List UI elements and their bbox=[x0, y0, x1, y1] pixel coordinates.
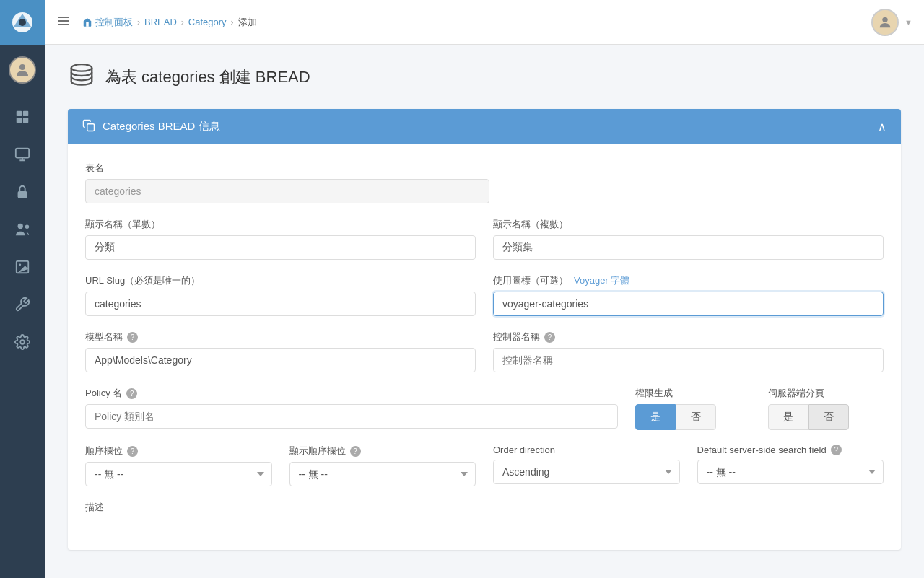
sidebar bbox=[0, 0, 45, 578]
svg-point-2 bbox=[19, 64, 25, 70]
sidebar-logo[interactable] bbox=[0, 0, 45, 45]
page-title: 為表 categories 創建 BREAD bbox=[105, 66, 310, 88]
order-column-help-icon[interactable]: ? bbox=[127, 446, 138, 457]
server-pagination-yes-button[interactable]: 是 bbox=[768, 404, 808, 430]
server-pagination-no-button[interactable]: 否 bbox=[808, 404, 849, 430]
page-header: 為表 categories 創建 BREAD bbox=[68, 62, 901, 92]
svg-rect-3 bbox=[17, 111, 22, 116]
display-name-singular-label: 顯示名稱（單數） bbox=[85, 218, 476, 231]
policy-name-label: Policy 名 ? bbox=[85, 387, 618, 400]
svg-point-9 bbox=[18, 224, 23, 229]
content-area: 為表 categories 創建 BREAD Categories BREAD … bbox=[45, 45, 924, 578]
breadcrumb-category[interactable]: Category bbox=[188, 17, 227, 27]
controller-name-help-icon[interactable]: ? bbox=[544, 332, 555, 343]
table-name-label: 表名 bbox=[85, 162, 489, 175]
default-search-help-icon[interactable]: ? bbox=[831, 445, 842, 455]
table-name-section: 表名 bbox=[85, 162, 884, 203]
model-controller-row: 模型名稱 ? 控制器名稱 ? bbox=[85, 330, 884, 372]
card-header-left: Categories BREAD 信息 bbox=[82, 119, 220, 134]
model-name-help-icon[interactable]: ? bbox=[127, 332, 138, 343]
controller-name-input[interactable] bbox=[493, 348, 884, 372]
svg-point-10 bbox=[25, 225, 29, 229]
svg-point-12 bbox=[19, 263, 21, 266]
url-slug-group: URL Slug（必須是唯一的） bbox=[85, 274, 476, 316]
voyager-font-link[interactable]: Voyager 字體 bbox=[574, 274, 629, 287]
breadcrumb-sep-2: › bbox=[181, 17, 184, 27]
svg-rect-19 bbox=[87, 124, 95, 131]
card-header: Categories BREAD 信息 ∧ bbox=[68, 109, 901, 144]
icon-group: 使用圖標（可選） Voyager 字體 bbox=[493, 274, 884, 316]
icon-label: 使用圖標（可選） Voyager 字體 bbox=[493, 274, 884, 287]
sidebar-item-dashboard[interactable] bbox=[0, 98, 45, 136]
table-name-input[interactable] bbox=[85, 179, 489, 203]
database-icon bbox=[68, 62, 95, 92]
order-direction-group: Order direction Ascending Descending bbox=[493, 445, 680, 486]
slug-icon-row: URL Slug（必須是唯一的） 使用圖標（可選） Voyager 字體 bbox=[85, 274, 884, 316]
topbar-left: 控制面板 › BREAD › Category › 添加 bbox=[56, 14, 257, 30]
card-body: 表名 顯示名稱（單數） 顯示名稱（複數） bbox=[68, 144, 901, 550]
description-section: 描述 bbox=[85, 501, 884, 514]
icon-input[interactable] bbox=[493, 292, 884, 316]
order-display-column-help-icon[interactable]: ? bbox=[350, 446, 361, 457]
model-name-group: 模型名稱 ? bbox=[85, 330, 476, 372]
order-direction-select[interactable]: Ascending Descending bbox=[493, 460, 680, 484]
default-search-field-label: Default server-side search field ? bbox=[697, 445, 884, 455]
svg-rect-6 bbox=[23, 118, 28, 123]
display-name-plural-group: 顯示名稱（複數） bbox=[493, 218, 884, 260]
breadcrumb-home-icon[interactable]: 控制面板 bbox=[82, 16, 133, 29]
user-menu-arrow[interactable]: ▼ bbox=[905, 18, 912, 27]
server-pagination-group: 伺服器端分頁 是 否 bbox=[768, 387, 884, 430]
display-names-row: 顯示名稱（單數） 顯示名稱（複數） bbox=[85, 218, 884, 260]
card-collapse-button[interactable]: ∧ bbox=[878, 120, 886, 133]
topbar-right: ▼ bbox=[871, 9, 912, 36]
sidebar-item-lock[interactable] bbox=[0, 173, 45, 211]
server-pagination-toggle: 是 否 bbox=[768, 404, 884, 430]
svg-rect-8 bbox=[18, 191, 27, 198]
model-name-label: 模型名稱 ? bbox=[85, 330, 476, 343]
breadcrumb-dashboard-label: 控制面板 bbox=[95, 16, 133, 29]
sidebar-item-media[interactable] bbox=[0, 248, 45, 286]
breadcrumb-sep-1: › bbox=[137, 17, 140, 27]
main-area: 控制面板 › BREAD › Category › 添加 ▼ bbox=[45, 0, 924, 578]
default-search-field-select[interactable]: -- 無 -- bbox=[697, 460, 884, 484]
order-column-label: 順序欄位 ? bbox=[85, 445, 272, 457]
breadcrumb-bread[interactable]: BREAD bbox=[144, 17, 177, 27]
order-direction-label: Order direction bbox=[493, 445, 680, 455]
description-label: 描述 bbox=[85, 501, 884, 514]
sidebar-item-monitor[interactable] bbox=[0, 136, 45, 173]
permission-label: 權限生成 bbox=[635, 387, 751, 400]
order-column-group: 順序欄位 ? -- 無 -- bbox=[85, 445, 272, 486]
breadcrumb-sep-3: › bbox=[231, 17, 234, 27]
display-name-singular-input[interactable] bbox=[85, 235, 476, 260]
menu-toggle-button[interactable] bbox=[56, 14, 71, 30]
policy-name-input[interactable] bbox=[85, 404, 618, 429]
policy-name-help-icon[interactable]: ? bbox=[126, 388, 137, 399]
display-name-plural-input[interactable] bbox=[493, 235, 884, 260]
sidebar-item-users[interactable] bbox=[0, 211, 45, 248]
order-display-column-label: 顯示順序欄位 ? bbox=[289, 445, 476, 457]
sidebar-navigation bbox=[0, 98, 45, 361]
svg-point-17 bbox=[882, 17, 887, 22]
server-pagination-label: 伺服器端分頁 bbox=[768, 387, 884, 400]
sidebar-item-settings[interactable] bbox=[0, 323, 45, 361]
model-name-input[interactable] bbox=[85, 348, 476, 372]
controller-name-label: 控制器名稱 ? bbox=[493, 330, 884, 343]
display-name-plural-label: 顯示名稱（複數） bbox=[493, 218, 884, 231]
permission-yes-button[interactable]: 是 bbox=[635, 404, 676, 430]
svg-rect-5 bbox=[17, 118, 22, 123]
order-column-select[interactable]: -- 無 -- bbox=[85, 462, 272, 486]
order-display-column-select[interactable]: -- 無 -- bbox=[289, 462, 476, 486]
svg-rect-4 bbox=[23, 111, 28, 116]
svg-point-1 bbox=[19, 19, 26, 26]
sidebar-avatar bbox=[0, 48, 45, 92]
svg-point-18 bbox=[71, 64, 92, 71]
card-header-copy-icon bbox=[82, 119, 95, 134]
policy-name-group: Policy 名 ? bbox=[85, 387, 618, 430]
url-slug-label: URL Slug（必須是唯一的） bbox=[85, 274, 476, 287]
permission-no-button[interactable]: 否 bbox=[676, 404, 716, 430]
sidebar-item-tools[interactable] bbox=[0, 286, 45, 323]
controller-name-group: 控制器名稱 ? bbox=[493, 330, 884, 372]
order-row: 順序欄位 ? -- 無 -- 顯示順序欄位 ? -- 無 - bbox=[85, 445, 884, 486]
user-avatar-button[interactable] bbox=[871, 9, 899, 36]
url-slug-input[interactable] bbox=[85, 292, 476, 316]
